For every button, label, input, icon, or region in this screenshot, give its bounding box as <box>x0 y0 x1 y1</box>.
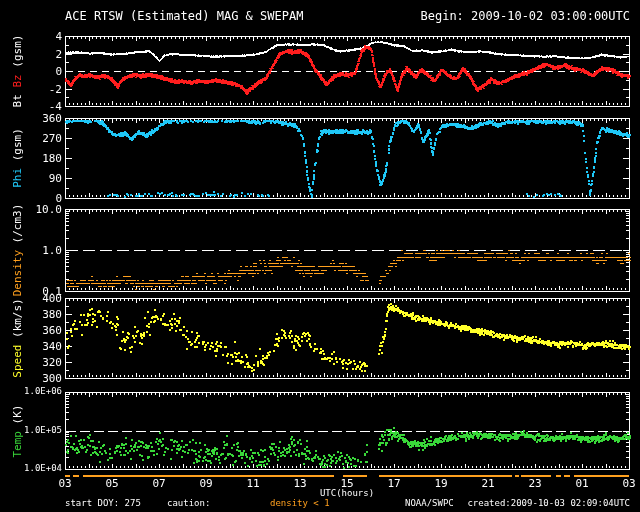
x-tick-label: 05 <box>105 477 118 490</box>
y-tick-label: 1.0E+04 <box>0 463 62 473</box>
panel-title-part: (gsm) <box>11 35 24 75</box>
agency-label: NOAA/SWPC <box>405 498 454 508</box>
y-tick-label: 4 <box>0 30 62 43</box>
panel-title-part: (/cm3) <box>11 204 24 250</box>
x-tick-label: 15 <box>340 477 353 490</box>
start-doy-label: start DOY: 275 <box>65 498 141 508</box>
panel-title-part: (K) <box>11 405 24 432</box>
panel-title-phi: Phi (gsm) <box>11 128 24 188</box>
panel-title-part: (gsm) <box>11 128 24 168</box>
x-tick-label: 23 <box>528 477 541 490</box>
x-tick-label: 11 <box>246 477 259 490</box>
x-tick-label: 09 <box>199 477 212 490</box>
y-tick-label: 340 <box>0 340 62 353</box>
begin-timestamp: Begin: 2009-10-02 03:00:00UTC <box>420 9 630 23</box>
y-tick-label: 360 <box>0 112 62 125</box>
x-tick-label: 03 <box>58 477 71 490</box>
y-tick-label: 270 <box>0 132 62 145</box>
y-tick-label: 380 <box>0 308 62 321</box>
page-title: ACE RTSW (Estimated) MAG & SWEPAM <box>65 9 303 23</box>
panel-title-part: Speed <box>11 345 24 378</box>
y-tick-label: 400 <box>0 292 62 305</box>
ace-rtsw-plot: ACE RTSW (Estimated) MAG & SWEPAM Begin:… <box>0 0 640 512</box>
panel-title-temp: Temp (K) <box>11 405 24 458</box>
y-tick-label: 360 <box>0 324 62 337</box>
y-tick-label: 1.0 <box>0 244 62 257</box>
y-tick-label: 320 <box>0 356 62 369</box>
x-tick-label: 21 <box>481 477 494 490</box>
y-tick-label: -2 <box>0 83 62 96</box>
panel-title-part: Density <box>11 250 24 296</box>
panel-title-speed: Speed (km/s) <box>11 298 24 377</box>
panel-title-part: (km/s) <box>11 298 24 344</box>
y-tick-label: 1.0E+06 <box>0 386 62 396</box>
y-tick-label: 2 <box>0 48 62 61</box>
plot-canvas <box>0 0 640 512</box>
panel-title-part: Temp <box>11 431 24 458</box>
y-tick-label: 10.0 <box>0 203 62 216</box>
x-tick-label: 17 <box>387 477 400 490</box>
panel-title-part: Bz <box>11 74 24 87</box>
y-tick-label: 1.0E+05 <box>0 425 62 435</box>
y-tick-label: 0 <box>0 65 62 78</box>
y-tick-label: 180 <box>0 152 62 165</box>
x-tick-label: 19 <box>434 477 447 490</box>
x-tick-label: 03 <box>622 477 635 490</box>
caution-label: caution: <box>167 498 210 508</box>
x-tick-label: 13 <box>293 477 306 490</box>
panel-title-part: Bt <box>11 88 24 108</box>
x-tick-label: 01 <box>575 477 588 490</box>
x-tick-label: 07 <box>152 477 165 490</box>
caution-value: density < 1 <box>270 498 330 508</box>
panel-title-part: Phi <box>11 168 24 188</box>
y-tick-label: 300 <box>0 372 62 385</box>
panel-title-mag: Bt Bz (gsm) <box>11 35 24 108</box>
created-timestamp: created:2009-10-03 02:09:04UTC <box>467 498 630 508</box>
y-tick-label: 90 <box>0 172 62 185</box>
panel-title-density: Density (/cm3) <box>11 204 24 297</box>
